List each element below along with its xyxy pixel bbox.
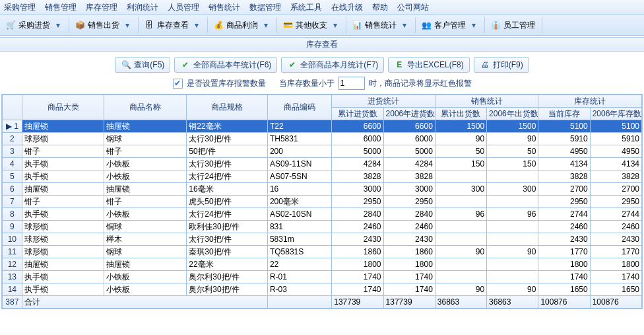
table-row[interactable]: 7钳子钳子虎头50把/件200毫米2950295029502950 bbox=[3, 196, 642, 208]
col-out-2006[interactable]: 2006年出货数 bbox=[487, 108, 538, 120]
check-icon: ✔ bbox=[287, 59, 298, 70]
stock-icon: 🗄 bbox=[144, 20, 154, 30]
chevron-down-icon[interactable]: ▾ bbox=[54, 17, 62, 34]
menu-item[interactable]: 采购管理 bbox=[4, 2, 36, 13]
out-icon: 📦 bbox=[75, 20, 85, 30]
menu-item[interactable]: 销售统计 bbox=[209, 2, 240, 13]
print-button[interactable]: 🖨打印(F9) bbox=[474, 57, 529, 73]
col-stock-now[interactable]: 当前库存 bbox=[538, 108, 590, 120]
table-row[interactable]: 4执手锁小铁板太行30把/件AS09-11SN42844284150150413… bbox=[3, 158, 642, 170]
alarm-checkbox[interactable]: ✔ bbox=[173, 79, 183, 89]
alarm-check-label: 是否设置库存报警数量 bbox=[187, 78, 266, 89]
chevron-down-icon[interactable]: ▾ bbox=[123, 17, 131, 34]
table-row[interactable]: 8执手锁小铁板太行24把/件AS02-10SN28402840969627442… bbox=[3, 208, 642, 221]
menu-item[interactable]: 利润统计 bbox=[127, 2, 158, 13]
table-row[interactable]: 5执手锁小铁板太行24把/件AS07-5SN3828382838283828 bbox=[3, 170, 642, 183]
toolbar-cust-button[interactable]: 👥客户管理▾ bbox=[418, 17, 482, 34]
threshold-input[interactable] bbox=[338, 77, 365, 90]
search-icon: 🔍 bbox=[121, 59, 131, 70]
month-stats-button[interactable]: ✔全部商品本月统计(F7) bbox=[281, 57, 384, 73]
col-group-in[interactable]: 进货统计 bbox=[332, 95, 435, 108]
menu-item[interactable]: 人员管理 bbox=[168, 2, 199, 13]
table-row[interactable]: 2球形锁钢球太行30把/件TH583160006000909059105910 bbox=[3, 133, 642, 145]
toolbar-label: 销售统计 bbox=[365, 20, 397, 31]
col-category[interactable]: 商品大类 bbox=[22, 95, 104, 120]
menu-item[interactable]: 帮助 bbox=[372, 2, 388, 13]
table-row[interactable]: ▶ 1抽屉锁抽屉锁铜22毫米T2266006600150015005100510… bbox=[3, 120, 642, 133]
table-row[interactable]: 13执手锁小铁板奥尔利30把/件R-011740174017401740 bbox=[3, 271, 642, 283]
inventory-table[interactable]: 商品大类 商品名称 商品规格 商品编码 进货统计 销售统计 库存统计 累计进货数… bbox=[2, 94, 642, 309]
action-button-row: 🔍查询(F5) ✔全部商品本年统计(F6) ✔全部商品本月统计(F7) E导出E… bbox=[0, 57, 644, 73]
check-icon: ✔ bbox=[180, 59, 191, 70]
toolbar-out-button[interactable]: 📦销售出货▾ bbox=[72, 17, 135, 34]
col-name[interactable]: 商品名称 bbox=[104, 95, 187, 120]
panel-title: 库存查看 bbox=[0, 37, 644, 52]
toolbar-label: 库存查看 bbox=[157, 20, 189, 31]
toolbar-other-button[interactable]: 💳其他收支▾ bbox=[280, 17, 343, 34]
table-row[interactable]: 10球形锁榉木太行30把/件5831m2430243024302430 bbox=[3, 233, 642, 246]
toolbar-stats-button[interactable]: 📊销售统计▾ bbox=[349, 17, 412, 34]
toolbar-label: 客户管理 bbox=[434, 20, 466, 31]
chevron-down-icon[interactable]: ▾ bbox=[262, 17, 270, 34]
query-button[interactable]: 🔍查询(F5) bbox=[115, 57, 170, 73]
col-spec[interactable]: 商品规格 bbox=[187, 95, 268, 120]
toolbar-stock-button[interactable]: 🗄库存查看▾ bbox=[141, 17, 205, 34]
table-row[interactable]: 6抽屉锁抽屉锁16毫米163000300030030027002700 bbox=[3, 183, 642, 196]
year-stats-button[interactable]: ✔全部商品本年统计(F6) bbox=[174, 57, 277, 73]
print-icon: 🖨 bbox=[480, 59, 490, 70]
stats-icon: 📊 bbox=[352, 20, 362, 30]
toolbar-label: 员工管理 bbox=[503, 20, 535, 31]
threshold-suffix: 时，商品记录将显示红色报警 bbox=[369, 78, 472, 89]
chevron-down-icon[interactable]: ▾ bbox=[331, 17, 339, 34]
cart-icon: 🛒 bbox=[5, 20, 16, 30]
inventory-table-wrap: 商品大类 商品名称 商品规格 商品编码 进货统计 销售统计 库存统计 累计进货数… bbox=[1, 94, 643, 309]
table-row[interactable]: 12抽屉锁抽屉锁22毫米221800180018001800 bbox=[3, 258, 642, 271]
chevron-down-icon[interactable]: ▾ bbox=[193, 17, 201, 34]
table-row[interactable]: 11球形锁钢球秦琪30把/件TQ5831S1860186090901770177… bbox=[3, 246, 642, 258]
col-stock-2006[interactable]: 2006年库存数 bbox=[590, 108, 641, 120]
col-in-2006[interactable]: 2006年进货数▽ bbox=[383, 108, 435, 120]
toolbar-label: 其他收支 bbox=[296, 20, 327, 31]
chevron-down-icon[interactable]: ▾ bbox=[401, 17, 408, 34]
cust-icon: 👥 bbox=[421, 20, 432, 30]
menu-item[interactable]: 数据管理 bbox=[249, 2, 281, 13]
col-code[interactable]: 商品编码 bbox=[267, 95, 331, 120]
table-row[interactable]: 9球形锁铜球欧利佳30把/件8312460246024602460 bbox=[3, 221, 642, 233]
col-out-total[interactable]: 累计出货数 bbox=[435, 108, 486, 120]
menu-item[interactable]: 在线升级 bbox=[331, 2, 363, 13]
toolbar-cart-button[interactable]: 🛒采购进货▾ bbox=[3, 17, 66, 34]
table-row[interactable]: 14执手锁小铁板奥尔利30把/件R-0317401740909016501650 bbox=[3, 283, 642, 296]
col-in-total[interactable]: 累计进货数 bbox=[332, 108, 383, 120]
menu-item[interactable]: 公司网站 bbox=[397, 2, 429, 13]
excel-icon: E bbox=[394, 59, 404, 70]
threshold-prefix: 当库存数量小于 bbox=[279, 78, 335, 89]
toolbar: 🛒采购进货▾📦销售出货▾🗄库存查看▾💰商品利润▾💳其他收支▾📊销售统计▾👥客户管… bbox=[0, 15, 644, 36]
menu-item[interactable]: 销售管理 bbox=[45, 2, 77, 13]
menu-item[interactable]: 库存管理 bbox=[86, 2, 117, 13]
toolbar-label: 销售出货 bbox=[88, 20, 119, 31]
table-row[interactable]: 3钳子钳子50把/件20050005000505049504950 bbox=[3, 145, 642, 158]
profit-icon: 💰 bbox=[213, 20, 224, 30]
filter-row: ✔ 是否设置库存报警数量 当库存数量小于 时，商品记录将显示红色报警 bbox=[0, 75, 644, 91]
export-excel-button[interactable]: E导出EXCEL(F8) bbox=[388, 57, 469, 73]
toolbar-staff-button[interactable]: 👔员工管理 bbox=[488, 17, 539, 34]
toolbar-label: 采购进货 bbox=[18, 20, 50, 31]
toolbar-label: 商品利润 bbox=[226, 20, 258, 31]
other-icon: 💳 bbox=[282, 20, 293, 30]
menu-item[interactable]: 系统工具 bbox=[290, 2, 322, 13]
footer-row: 387 合计 137739 137739 36863 36863 100876 … bbox=[3, 296, 642, 309]
toolbar-profit-button[interactable]: 💰商品利润▾ bbox=[210, 17, 274, 34]
staff-icon: 👔 bbox=[490, 20, 501, 30]
col-group-out[interactable]: 销售统计 bbox=[435, 95, 538, 108]
chevron-down-icon[interactable]: ▾ bbox=[470, 17, 478, 34]
col-group-stock[interactable]: 库存统计 bbox=[538, 95, 642, 108]
menubar: 采购管理销售管理库存管理利润统计人员管理销售统计数据管理系统工具在线升级帮助公司… bbox=[0, 0, 644, 15]
